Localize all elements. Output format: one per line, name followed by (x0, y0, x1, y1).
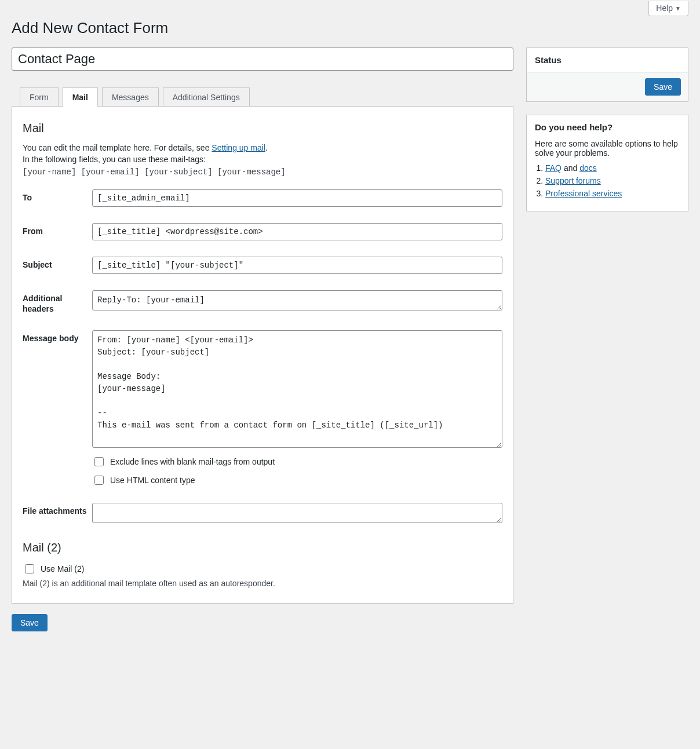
form-title-input[interactable] (12, 48, 513, 71)
mail-tags-list: [your-name] [your-email] [your-subject] … (23, 167, 502, 177)
help-item-faq-docs: FAQ and docs (545, 163, 680, 173)
save-button-bottom[interactable]: Save (12, 614, 48, 631)
subject-input[interactable] (92, 257, 502, 274)
mail2-heading: Mail (2) (23, 541, 502, 554)
from-input[interactable] (92, 223, 502, 240)
mail-intro-line1: You can edit the mail template here. For… (23, 143, 502, 152)
body-input[interactable] (92, 330, 502, 448)
mail-intro-post: . (265, 143, 268, 152)
support-forums-link[interactable]: Support forums (545, 176, 601, 185)
setting-up-mail-link[interactable]: Setting up mail (212, 143, 265, 152)
mail-intro-line2: In the following fields, you can use the… (23, 155, 502, 164)
tab-additional-settings[interactable]: Additional Settings (163, 87, 250, 107)
label-headers: Additional headers (23, 290, 92, 314)
label-subject: Subject (23, 257, 92, 271)
help-item-pro: Professional services (545, 189, 680, 198)
status-title: Status (527, 48, 688, 72)
help-intro: Here are some available options to help … (535, 139, 680, 158)
help-tab[interactable]: Help ▼ (648, 1, 688, 16)
faq-link[interactable]: FAQ (545, 163, 562, 173)
professional-services-link[interactable]: Professional services (545, 189, 622, 198)
help-box-title: Do you need help? (527, 115, 688, 139)
tab-mail[interactable]: Mail (63, 87, 98, 107)
help-label: Help (656, 3, 673, 13)
label-from: From (23, 223, 92, 237)
to-input[interactable] (92, 189, 502, 207)
mail-heading: Mail (23, 122, 502, 135)
exclude-blank-checkbox[interactable] (94, 457, 104, 466)
mail-intro-pre: You can edit the mail template here. For… (23, 143, 212, 152)
mail2-note: Mail (2) is an additional mail template … (23, 579, 502, 588)
mail-panel: Mail You can edit the mail template here… (12, 106, 513, 604)
headers-input[interactable] (92, 290, 502, 310)
chevron-down-icon: ▼ (675, 5, 681, 12)
save-button-sidebar[interactable]: Save (645, 78, 681, 96)
label-attachments: File attachments (23, 503, 92, 517)
use-mail2-checkbox[interactable] (25, 564, 34, 573)
tab-messages[interactable]: Messages (102, 87, 159, 107)
exclude-blank-label: Exclude lines with blank mail-tags from … (110, 457, 275, 466)
label-body: Message body (23, 330, 92, 344)
tab-form[interactable]: Form (20, 87, 59, 107)
status-box: Status Save (526, 48, 688, 102)
and-text: and (562, 163, 579, 173)
label-to: To (23, 189, 92, 203)
html-content-checkbox[interactable] (94, 476, 104, 485)
help-item-support: Support forums (545, 176, 680, 185)
html-content-label: Use HTML content type (110, 476, 195, 485)
docs-link[interactable]: docs (579, 163, 597, 173)
page-title: Add New Contact Form (12, 19, 688, 37)
help-box: Do you need help? Here are some availabl… (526, 115, 688, 211)
use-mail2-label: Use Mail (2) (41, 564, 84, 573)
attachments-input[interactable] (92, 503, 502, 523)
